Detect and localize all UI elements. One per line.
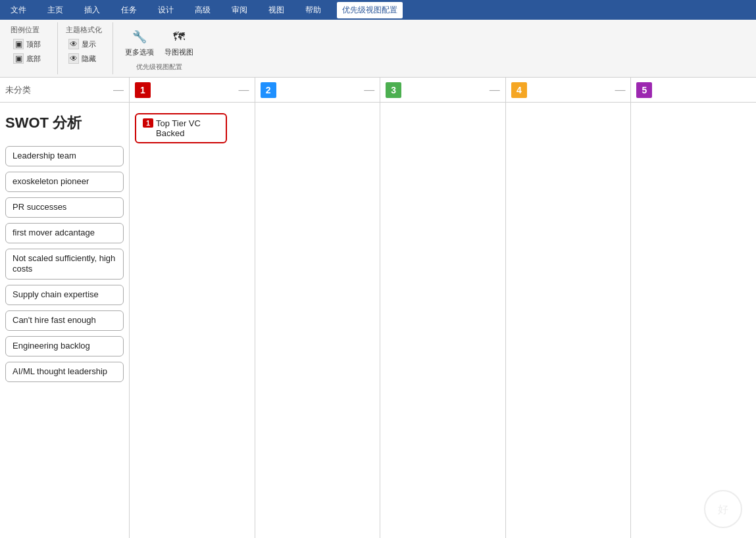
- card-supply-chain[interactable]: Supply chain expertise: [5, 285, 124, 305]
- ribbon-group-legend: 图例位置 ▣ 顶部 ▣ 底部: [5, 22, 58, 74]
- ribbon: 图例位置 ▣ 顶部 ▣ 底部 主题格式化 👁 显示 👁 隐藏: [0, 20, 756, 78]
- uncategorized-label: 未分类: [5, 84, 31, 96]
- col-header-2: 2 —: [255, 78, 381, 102]
- card-first-mover[interactable]: first mover adcantage: [5, 223, 124, 243]
- card-exoskeleton[interactable]: exoskeleton pioneer: [5, 172, 124, 192]
- show-btn[interactable]: 👁 显示: [66, 37, 99, 51]
- legend-label: 图例位置: [11, 25, 39, 35]
- map-view-btn[interactable]: 🗺 导图视图: [161, 25, 197, 60]
- hide-btn[interactable]: 👁 隐藏: [66, 52, 99, 65]
- priority-badge-5: 5: [636, 82, 652, 98]
- vc-card-text: Top Tier VC Backed: [156, 118, 219, 138]
- card-aiml[interactable]: AI/ML thought leadership: [5, 362, 124, 382]
- menu-task[interactable]: 任务: [116, 2, 142, 18]
- ribbon-group-tools: 🔧 更多选项 🗺 导图视图 优先级视图配置: [116, 22, 203, 74]
- legend-top-btn[interactable]: ▣ 顶部: [11, 37, 43, 51]
- more-options-label: 更多选项: [125, 47, 154, 57]
- divider-0: —: [113, 84, 124, 96]
- card-pr-successes[interactable]: PR successes: [5, 197, 124, 218]
- menu-home[interactable]: 主页: [42, 2, 68, 18]
- menu-priority-config[interactable]: 优先级视图配置: [337, 2, 403, 18]
- col-header-5: 5: [631, 78, 756, 102]
- priority-badge-1: 1: [135, 82, 151, 98]
- svg-text:好: 好: [718, 504, 728, 515]
- menu-file[interactable]: 文件: [5, 2, 32, 18]
- swot-title: SWOT 分析: [5, 113, 124, 133]
- card-leadership-team[interactable]: Leadership team: [5, 146, 124, 166]
- vc-card[interactable]: 1 Top Tier VC Backed: [135, 113, 227, 143]
- ribbon-group3-label: 优先级视图配置: [121, 61, 197, 72]
- col-header-4: 4 —: [506, 78, 632, 102]
- priority-col-5: 好: [631, 103, 756, 538]
- legend-bottom-icon: ▣: [13, 53, 24, 64]
- menu-view[interactable]: 视图: [263, 2, 290, 18]
- card-not-scaled[interactable]: Not scaled sufficiently, high costs: [5, 249, 124, 280]
- uncategorized-column: SWOT 分析 Leadership team exoskeleton pion…: [0, 103, 130, 538]
- menu-insert[interactable]: 插入: [79, 2, 105, 18]
- divider-3: —: [490, 84, 500, 96]
- menu-help[interactable]: 帮助: [300, 2, 326, 18]
- legend-bottom-btn[interactable]: ▣ 底部: [11, 52, 43, 65]
- menu-bar: 文件 主页 插入 任务 设计 高级 审阅 视图 帮助 优先级视图配置: [0, 0, 756, 20]
- map-view-label: 导图视图: [164, 47, 193, 57]
- card-cant-hire[interactable]: Can't hire fast enough: [5, 310, 124, 331]
- show-icon: 👁: [68, 39, 79, 49]
- col-header-3: 3 —: [380, 78, 506, 102]
- show-label: 显示: [82, 39, 96, 49]
- vc-badge: 1: [143, 118, 153, 128]
- watermark: 好: [703, 489, 743, 529]
- legend-top-label: 顶部: [26, 39, 41, 49]
- card-engineering-backlog[interactable]: Engineering backlog: [5, 336, 124, 356]
- menu-advanced[interactable]: 高级: [189, 2, 216, 18]
- priority-col-2: [255, 103, 381, 538]
- priority-col-4: [506, 103, 632, 538]
- priority-badge-3: 3: [386, 82, 401, 98]
- columns-header: 未分类 — 1 — 2 — 3 — 4 — 5: [0, 78, 756, 103]
- col-header-1: 1 —: [130, 78, 255, 102]
- priority-badge-4: 4: [511, 82, 527, 98]
- theme-btns: 👁 显示 👁 隐藏: [66, 37, 99, 65]
- legend-btns: ▣ 顶部 ▣ 底部: [11, 37, 43, 65]
- main-content: SWOT 分析 Leadership team exoskeleton pion…: [0, 103, 756, 538]
- legend-top-icon: ▣: [13, 39, 24, 49]
- priority-col-1: 1 Top Tier VC Backed: [130, 103, 255, 538]
- content-area: SWOT 分析 Leadership team exoskeleton pion…: [0, 103, 756, 538]
- menu-design[interactable]: 设计: [153, 2, 179, 18]
- divider-1: —: [239, 84, 249, 96]
- divider-4: —: [615, 84, 625, 96]
- divider-2: —: [364, 84, 374, 96]
- priority-col-3: [380, 103, 506, 538]
- theme-label: 主题格式化: [66, 25, 102, 35]
- tool-btns: 🔧 更多选项 🗺 导图视图: [121, 25, 197, 60]
- hide-label: 隐藏: [82, 54, 96, 64]
- priority-badge-2: 2: [261, 82, 276, 98]
- hide-icon: 👁: [68, 53, 79, 64]
- menu-review[interactable]: 审阅: [226, 2, 253, 18]
- ribbon-group-theme: 主题格式化 👁 显示 👁 隐藏: [61, 22, 113, 74]
- map-icon: 🗺: [168, 28, 189, 46]
- legend-bottom-label: 底部: [26, 54, 41, 64]
- more-options-btn[interactable]: 🔧 更多选项: [121, 25, 158, 60]
- wrench-icon: 🔧: [129, 28, 150, 46]
- uncategorized-header: 未分类 —: [0, 78, 130, 102]
